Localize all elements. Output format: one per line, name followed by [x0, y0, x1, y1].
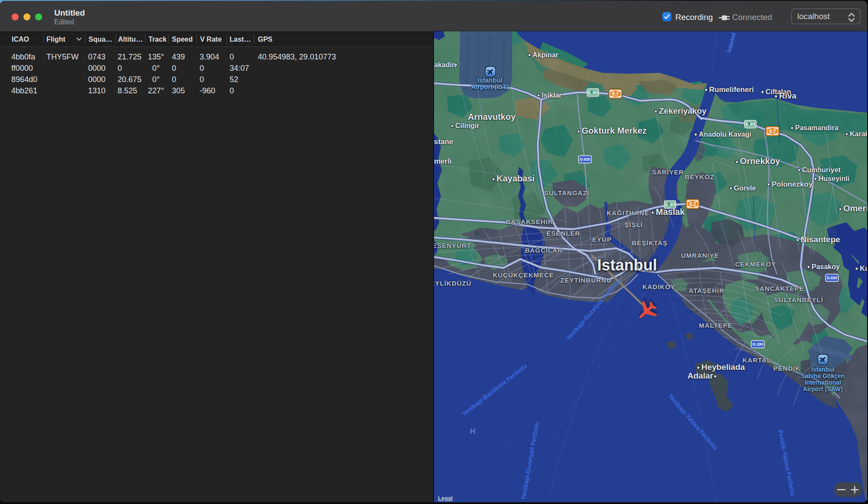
svg-text:E.80: E.80 [746, 122, 755, 127]
svg-text:Pasakoy: Pasakoy [812, 263, 840, 270]
svg-text:Riva: Riva [779, 91, 797, 100]
svg-text:Adalar: Adalar [687, 371, 713, 380]
svg-text:stane: stane [434, 138, 453, 146]
svg-text:CEKMEKOY: CEKMEKOY [735, 260, 776, 268]
svg-text:International: International [805, 379, 841, 386]
svg-text:Maslak: Maslak [656, 207, 685, 217]
svg-text:E.80: E.80 [589, 90, 598, 95]
svg-text:Kayabasi: Kayabasi [496, 174, 535, 183]
svg-text:BEYKOZ: BEYKOZ [685, 173, 715, 181]
svg-text:Istanbul: Istanbul [811, 366, 835, 373]
svg-text:Nisantepe: Nisantepe [801, 235, 840, 244]
svg-text:EYÜP: EYÜP [592, 236, 612, 243]
svg-text:ATAŞEHİR: ATAŞEHİR [689, 287, 724, 294]
svg-text:Isiklar: Isiklar [542, 92, 562, 99]
svg-text:D.100: D.100 [753, 342, 763, 346]
svg-text:KADIKOY: KADIKOY [642, 283, 675, 290]
svg-text:Huseyinli: Huseyinli [819, 175, 849, 182]
svg-text:ESENYURT: ESENYURT [434, 242, 471, 249]
svg-text:KARTAL: KARTAL [743, 356, 772, 364]
svg-text:Airport (SAW): Airport (SAW) [803, 385, 843, 392]
svg-text:Gorele: Gorele [734, 184, 756, 192]
svg-text:Omerli: Omerli [843, 204, 867, 213]
svg-text:SANCAKTEPE: SANCAKTEPE [755, 285, 804, 292]
svg-text:KÜÇÜKÇEKMECE: KÜÇÜKÇEKMECE [493, 271, 554, 279]
svg-text:UMRANIYE: UMRANIYE [681, 252, 719, 259]
svg-text:Rumelifeneri: Rumelifeneri [709, 86, 754, 94]
svg-text:ŞİŞLİ: ŞİŞLİ [625, 221, 643, 228]
svg-text:D.020: D.020 [580, 157, 590, 161]
svg-text:Polonezkoy: Polonezkoy [772, 180, 813, 188]
svg-text:ZEYTİNBURNU: ZEYTİNBURNU [560, 277, 612, 284]
svg-text:Airport (IST): Airport (IST) [471, 83, 509, 90]
svg-text:Heybeliada: Heybeliada [701, 362, 745, 372]
svg-text:Anadolu Kavagi: Anadolu Kavagi [699, 131, 751, 138]
svg-text:Arnavutkoy: Arnavutkoy [468, 112, 516, 122]
svg-text:Pasamandira: Pasamandira [795, 124, 838, 132]
svg-text:merli: merli [434, 157, 452, 165]
svg-text:MALTEPE: MALTEPE [699, 322, 733, 329]
svg-text:H: H [470, 427, 475, 435]
svg-text:akadin: akadin [434, 61, 456, 69]
svg-text:Karakiraz: Karakiraz [850, 130, 867, 138]
svg-text:0.7: 0.7 [612, 91, 618, 96]
svg-text:Cilingir: Cilingir [455, 122, 479, 129]
svg-text:Zekeriyakoy: Zekeriyakoy [659, 106, 707, 115]
svg-text:SULTANGAZİ: SULTANGAZİ [544, 189, 589, 197]
svg-text:PENDİK: PENDİK [773, 365, 801, 372]
svg-text:D.020: D.020 [827, 276, 837, 280]
svg-text:SARIYER: SARIYER [652, 168, 684, 176]
svg-text:ESENLER: ESENLER [546, 230, 580, 237]
svg-text:Cumhuriyet: Cumhuriyet [802, 166, 841, 174]
svg-text:Ornekkoy: Ornekkoy [740, 156, 780, 166]
svg-text:Akpinar: Akpinar [533, 51, 559, 59]
svg-text:0.2: 0.2 [689, 201, 696, 207]
svg-text:Legal: Legal [438, 495, 453, 501]
svg-text:Gokturk Merkez: Gokturk Merkez [582, 126, 647, 135]
svg-text:0.7: 0.7 [769, 128, 776, 134]
svg-text:BAĞCILAR: BAĞCILAR [525, 247, 562, 254]
svg-text:BEŞİKTAŞ: BEŞİKTAŞ [632, 239, 668, 247]
svg-text:SULTANBEYLİ: SULTANBEYLİ [774, 296, 823, 303]
svg-text:E.80: E.80 [666, 202, 675, 207]
svg-text:BASAKSEHIR: BASAKSEHIR [506, 218, 553, 225]
svg-text:Kuru: Kuru [860, 264, 867, 273]
svg-text:Istanbul: Istanbul [597, 256, 657, 274]
svg-text:KAĞITHANE: KAĞITHANE [607, 209, 649, 217]
svg-text:Sabiha Gökçen: Sabiha Gökçen [801, 372, 845, 379]
svg-text:BEYLİKDÜZÜ: BEYLİKDÜZÜ [434, 280, 471, 287]
